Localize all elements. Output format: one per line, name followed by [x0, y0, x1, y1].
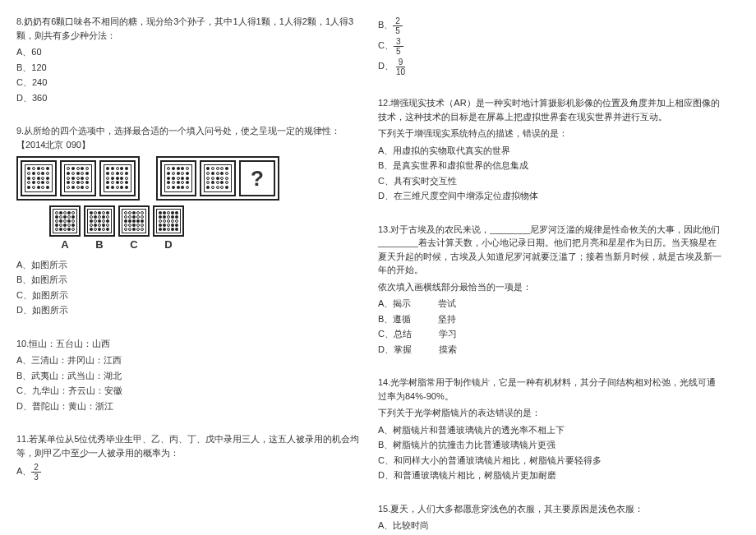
q9-group-2: ?	[156, 156, 279, 201]
fraction-icon: 35	[394, 37, 403, 56]
q10-stem: 10.恒山：五台山：山西	[16, 337, 362, 351]
q14-opt-b[interactable]: B、树脂镜片的抗撞击力比普通玻璃镜片更强	[378, 438, 723, 452]
label-d: D	[153, 237, 184, 253]
fraction-icon: 910	[394, 58, 408, 76]
q9-opt-b[interactable]: B、如图所示	[16, 273, 362, 287]
opt-prefix: C、	[378, 40, 394, 50]
pattern-box	[160, 160, 196, 196]
opt-prefix: D、	[378, 61, 394, 71]
q13-opt-b[interactable]: B、遵循 坚持	[378, 312, 723, 326]
question-11-cont: B、25 C、35 D、910	[378, 16, 723, 76]
fraction-icon: 25	[393, 16, 403, 35]
q9-answer-labels: A B C D	[16, 237, 362, 253]
q10-opt-b[interactable]: B、武夷山：武当山：湖北	[16, 369, 362, 383]
pattern-box	[99, 160, 136, 196]
label-a: A	[49, 237, 81, 253]
q12-stem2: 下列关于增强现实系统特点的描述，错误的是：	[378, 127, 723, 141]
q11-opt-a[interactable]: A、23	[16, 463, 362, 482]
q10-opt-d[interactable]: D、普陀山：黄山：浙江	[16, 399, 362, 413]
fraction-icon: 23	[31, 463, 41, 482]
q9-figure: ? A B C D	[16, 156, 362, 253]
pattern-box	[200, 160, 236, 196]
label-b: B	[84, 237, 115, 253]
label-c: C	[118, 237, 150, 253]
q13-opt-a[interactable]: A、揭示 尝试	[378, 297, 723, 311]
right-column: B、25 C、35 D、910 12.增强现实技术（AR）是一种实时地计算摄影机…	[378, 15, 740, 520]
pattern-box-c[interactable]	[118, 205, 150, 237]
q14-opt-d[interactable]: D、和普通玻璃镜片相比，树脂镜片更加耐磨	[378, 468, 723, 482]
q9-given-row: ?	[16, 156, 362, 201]
pattern-box	[60, 160, 96, 196]
q11-stem: 11.若某单位从5位优秀毕业生甲、乙、丙、丁、戊中录用三人，这五人被录用的机会均…	[16, 432, 362, 459]
pattern-box-a[interactable]	[49, 205, 81, 237]
q9-opt-c[interactable]: C、如图所示	[16, 288, 362, 302]
pattern-box-d[interactable]	[153, 205, 184, 237]
q14-opt-c[interactable]: C、和同样大小的普通玻璃镜片相比，树脂镜片要轻得多	[378, 454, 723, 468]
q10-opt-a[interactable]: A、三清山：井冈山：江西	[16, 353, 362, 367]
q11-opt-b[interactable]: B、25	[378, 16, 723, 35]
pattern-box	[21, 160, 57, 196]
question-10: 10.恒山：五台山：山西 A、三清山：井冈山：江西 B、武夷山：武当山：湖北 C…	[16, 337, 362, 413]
q9-answer-row	[16, 205, 362, 237]
q9-opt-a[interactable]: A、如图所示	[16, 258, 362, 272]
q13-opt-d[interactable]: D、掌握 摸索	[378, 343, 723, 357]
q12-opt-d[interactable]: D、在三维尺度空间中增添定位虚拟物体	[378, 189, 723, 203]
q8-opt-a[interactable]: A、60	[16, 45, 362, 59]
q15-opt-a[interactable]: A、比较时尚	[378, 519, 723, 533]
opt-prefix: B、	[378, 20, 393, 30]
question-13: 13.对于古埃及的农民来说，________尼罗河泛滥的规律是性命攸关的大事，因…	[378, 223, 723, 357]
q12-opt-b[interactable]: B、是真实世界和虚拟世界的信息集成	[378, 159, 723, 173]
pattern-box-b[interactable]	[84, 205, 115, 237]
q15-stem: 15.夏天，人们大多都愿意穿浅色的衣服，其主要原因是浅色衣服：	[378, 502, 723, 516]
question-9: 9.从所给的四个选项中，选择最合适的一个填入问号处，使之呈现一定的规律性：【20…	[16, 124, 362, 317]
question-mark-box: ?	[239, 160, 275, 196]
q13-stem2: 依次填入画横线部分最恰当的一项是：	[378, 280, 723, 294]
q11-opt-c[interactable]: C、35	[378, 37, 723, 56]
q8-opt-b[interactable]: B、120	[16, 61, 362, 75]
q12-opt-a[interactable]: A、用虚拟的实物取代真实的世界	[378, 144, 723, 158]
q10-opt-c[interactable]: C、九华山：齐云山：安徽	[16, 384, 362, 398]
q11-opt-d[interactable]: D、910	[378, 58, 723, 76]
question-14: 14.光学树脂常用于制作镜片，它是一种有机材料，其分子间结构相对松弛，光线可通过…	[378, 376, 723, 482]
q9-group-1	[16, 156, 140, 201]
q14-stem2: 下列关于光学树脂镜片的表达错误的是：	[378, 406, 723, 420]
q8-stem: 8.奶奶有6颗口味各不相同的糖，现分给3个孙子，其中1人得1颗，1人得2颗，1人…	[16, 15, 362, 42]
question-12: 12.增强现实技术（AR）是一种实时地计算摄影机影像的位置及角度并加上相应图像的…	[378, 96, 723, 203]
q8-opt-c[interactable]: C、240	[16, 76, 362, 90]
question-15: 15.夏天，人们大多都愿意穿浅色的衣服，其主要原因是浅色衣服： A、比较时尚 B…	[378, 502, 723, 536]
q13-stem1: 13.对于古埃及的农民来说，________尼罗河泛滥的规律是性命攸关的大事，因…	[378, 223, 723, 277]
question-11: 11.若某单位从5位优秀毕业生甲、乙、丙、丁、戊中录用三人，这五人被录用的机会均…	[16, 432, 362, 482]
left-column: 8.奶奶有6颗口味各不相同的糖，现分给3个孙子，其中1人得1颗，1人得2颗，1人…	[16, 15, 378, 520]
q8-opt-d[interactable]: D、360	[16, 91, 362, 105]
q12-stem1: 12.增强现实技术（AR）是一种实时地计算摄影机影像的位置及角度并加上相应图像的…	[378, 96, 723, 123]
q14-stem1: 14.光学树脂常用于制作镜片，它是一种有机材料，其分子间结构相对松弛，光线可通过…	[378, 376, 723, 403]
opt-prefix: A、	[16, 466, 31, 476]
q14-opt-a[interactable]: A、树脂镜片和普通玻璃镜片的透光率不相上下	[378, 423, 723, 437]
question-8: 8.奶奶有6颗口味各不相同的糖，现分给3个孙子，其中1人得1颗，1人得2颗，1人…	[16, 15, 362, 104]
q13-opt-c[interactable]: C、总结 学习	[378, 327, 723, 341]
q12-opt-c[interactable]: C、具有实时交互性	[378, 174, 723, 188]
q9-stem: 9.从所给的四个选项中，选择最合适的一个填入问号处，使之呈现一定的规律性：【20…	[16, 124, 362, 151]
q9-opt-d[interactable]: D、如图所示	[16, 303, 362, 317]
